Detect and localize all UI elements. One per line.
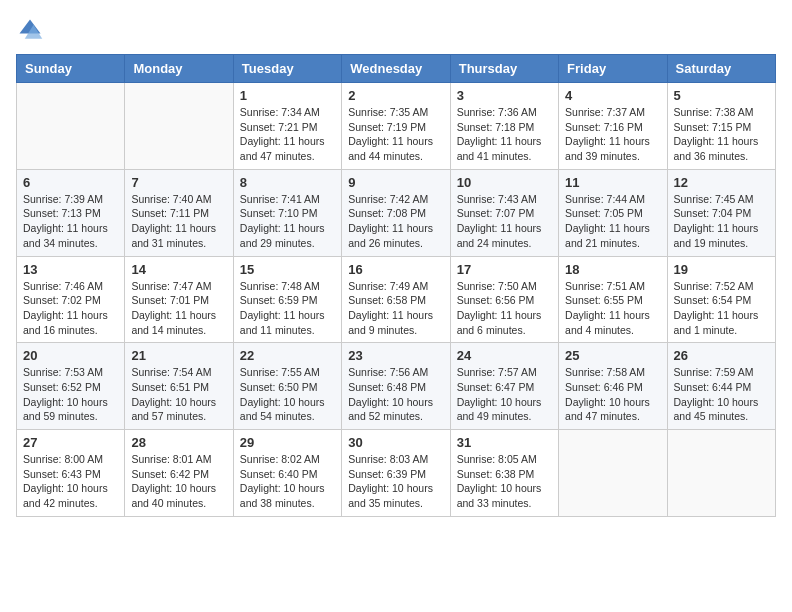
- day-header-saturday: Saturday: [667, 55, 775, 83]
- day-header-sunday: Sunday: [17, 55, 125, 83]
- calendar-cell: 20Sunrise: 7:53 AMSunset: 6:52 PMDayligh…: [17, 343, 125, 430]
- day-number: 6: [23, 175, 118, 190]
- day-info: Sunrise: 7:34 AMSunset: 7:21 PMDaylight:…: [240, 105, 335, 164]
- calendar-cell: 5Sunrise: 7:38 AMSunset: 7:15 PMDaylight…: [667, 83, 775, 170]
- day-number: 4: [565, 88, 660, 103]
- day-number: 30: [348, 435, 443, 450]
- calendar-cell: 29Sunrise: 8:02 AMSunset: 6:40 PMDayligh…: [233, 430, 341, 517]
- day-info: Sunrise: 7:54 AMSunset: 6:51 PMDaylight:…: [131, 365, 226, 424]
- day-number: 2: [348, 88, 443, 103]
- day-info: Sunrise: 7:43 AMSunset: 7:07 PMDaylight:…: [457, 192, 552, 251]
- day-info: Sunrise: 7:42 AMSunset: 7:08 PMDaylight:…: [348, 192, 443, 251]
- calendar-cell: 18Sunrise: 7:51 AMSunset: 6:55 PMDayligh…: [559, 256, 667, 343]
- day-info: Sunrise: 7:59 AMSunset: 6:44 PMDaylight:…: [674, 365, 769, 424]
- day-info: Sunrise: 8:02 AMSunset: 6:40 PMDaylight:…: [240, 452, 335, 511]
- calendar-week-row: 27Sunrise: 8:00 AMSunset: 6:43 PMDayligh…: [17, 430, 776, 517]
- day-info: Sunrise: 7:36 AMSunset: 7:18 PMDaylight:…: [457, 105, 552, 164]
- day-info: Sunrise: 8:03 AMSunset: 6:39 PMDaylight:…: [348, 452, 443, 511]
- day-number: 29: [240, 435, 335, 450]
- day-number: 21: [131, 348, 226, 363]
- calendar-cell: 19Sunrise: 7:52 AMSunset: 6:54 PMDayligh…: [667, 256, 775, 343]
- day-info: Sunrise: 7:45 AMSunset: 7:04 PMDaylight:…: [674, 192, 769, 251]
- calendar-cell: 2Sunrise: 7:35 AMSunset: 7:19 PMDaylight…: [342, 83, 450, 170]
- day-info: Sunrise: 7:52 AMSunset: 6:54 PMDaylight:…: [674, 279, 769, 338]
- calendar-cell: 24Sunrise: 7:57 AMSunset: 6:47 PMDayligh…: [450, 343, 558, 430]
- calendar-week-row: 13Sunrise: 7:46 AMSunset: 7:02 PMDayligh…: [17, 256, 776, 343]
- day-info: Sunrise: 7:39 AMSunset: 7:13 PMDaylight:…: [23, 192, 118, 251]
- calendar-cell: 15Sunrise: 7:48 AMSunset: 6:59 PMDayligh…: [233, 256, 341, 343]
- day-number: 26: [674, 348, 769, 363]
- day-number: 7: [131, 175, 226, 190]
- logo: [16, 16, 48, 44]
- day-info: Sunrise: 7:50 AMSunset: 6:56 PMDaylight:…: [457, 279, 552, 338]
- day-header-wednesday: Wednesday: [342, 55, 450, 83]
- day-number: 25: [565, 348, 660, 363]
- calendar-cell: 30Sunrise: 8:03 AMSunset: 6:39 PMDayligh…: [342, 430, 450, 517]
- day-number: 1: [240, 88, 335, 103]
- calendar-cell: 26Sunrise: 7:59 AMSunset: 6:44 PMDayligh…: [667, 343, 775, 430]
- day-number: 8: [240, 175, 335, 190]
- calendar-cell: 4Sunrise: 7:37 AMSunset: 7:16 PMDaylight…: [559, 83, 667, 170]
- day-info: Sunrise: 7:55 AMSunset: 6:50 PMDaylight:…: [240, 365, 335, 424]
- day-number: 13: [23, 262, 118, 277]
- calendar-cell: [559, 430, 667, 517]
- day-header-friday: Friday: [559, 55, 667, 83]
- calendar-cell: 17Sunrise: 7:50 AMSunset: 6:56 PMDayligh…: [450, 256, 558, 343]
- day-number: 22: [240, 348, 335, 363]
- day-info: Sunrise: 7:56 AMSunset: 6:48 PMDaylight:…: [348, 365, 443, 424]
- day-number: 31: [457, 435, 552, 450]
- calendar-cell: 6Sunrise: 7:39 AMSunset: 7:13 PMDaylight…: [17, 169, 125, 256]
- day-header-tuesday: Tuesday: [233, 55, 341, 83]
- calendar-cell: 11Sunrise: 7:44 AMSunset: 7:05 PMDayligh…: [559, 169, 667, 256]
- calendar-cell: 13Sunrise: 7:46 AMSunset: 7:02 PMDayligh…: [17, 256, 125, 343]
- day-number: 19: [674, 262, 769, 277]
- day-number: 9: [348, 175, 443, 190]
- day-info: Sunrise: 7:49 AMSunset: 6:58 PMDaylight:…: [348, 279, 443, 338]
- calendar-cell: 22Sunrise: 7:55 AMSunset: 6:50 PMDayligh…: [233, 343, 341, 430]
- day-info: Sunrise: 7:35 AMSunset: 7:19 PMDaylight:…: [348, 105, 443, 164]
- day-info: Sunrise: 7:41 AMSunset: 7:10 PMDaylight:…: [240, 192, 335, 251]
- day-number: 15: [240, 262, 335, 277]
- day-info: Sunrise: 7:38 AMSunset: 7:15 PMDaylight:…: [674, 105, 769, 164]
- calendar-cell: 12Sunrise: 7:45 AMSunset: 7:04 PMDayligh…: [667, 169, 775, 256]
- calendar-cell: 14Sunrise: 7:47 AMSunset: 7:01 PMDayligh…: [125, 256, 233, 343]
- day-info: Sunrise: 7:48 AMSunset: 6:59 PMDaylight:…: [240, 279, 335, 338]
- day-number: 5: [674, 88, 769, 103]
- calendar-cell: 8Sunrise: 7:41 AMSunset: 7:10 PMDaylight…: [233, 169, 341, 256]
- day-number: 18: [565, 262, 660, 277]
- day-number: 24: [457, 348, 552, 363]
- day-info: Sunrise: 7:46 AMSunset: 7:02 PMDaylight:…: [23, 279, 118, 338]
- calendar-cell: [17, 83, 125, 170]
- calendar-cell: 27Sunrise: 8:00 AMSunset: 6:43 PMDayligh…: [17, 430, 125, 517]
- day-info: Sunrise: 8:00 AMSunset: 6:43 PMDaylight:…: [23, 452, 118, 511]
- day-number: 10: [457, 175, 552, 190]
- calendar-cell: 16Sunrise: 7:49 AMSunset: 6:58 PMDayligh…: [342, 256, 450, 343]
- calendar-cell: 28Sunrise: 8:01 AMSunset: 6:42 PMDayligh…: [125, 430, 233, 517]
- day-number: 14: [131, 262, 226, 277]
- calendar-cell: [125, 83, 233, 170]
- day-number: 27: [23, 435, 118, 450]
- logo-icon: [16, 16, 44, 44]
- calendar-week-row: 6Sunrise: 7:39 AMSunset: 7:13 PMDaylight…: [17, 169, 776, 256]
- calendar-cell: 7Sunrise: 7:40 AMSunset: 7:11 PMDaylight…: [125, 169, 233, 256]
- day-header-monday: Monday: [125, 55, 233, 83]
- day-info: Sunrise: 7:53 AMSunset: 6:52 PMDaylight:…: [23, 365, 118, 424]
- day-number: 3: [457, 88, 552, 103]
- day-number: 28: [131, 435, 226, 450]
- calendar-header-row: SundayMondayTuesdayWednesdayThursdayFrid…: [17, 55, 776, 83]
- calendar-week-row: 1Sunrise: 7:34 AMSunset: 7:21 PMDaylight…: [17, 83, 776, 170]
- day-info: Sunrise: 7:51 AMSunset: 6:55 PMDaylight:…: [565, 279, 660, 338]
- day-info: Sunrise: 7:37 AMSunset: 7:16 PMDaylight:…: [565, 105, 660, 164]
- day-info: Sunrise: 7:57 AMSunset: 6:47 PMDaylight:…: [457, 365, 552, 424]
- calendar-cell: 10Sunrise: 7:43 AMSunset: 7:07 PMDayligh…: [450, 169, 558, 256]
- calendar-cell: 25Sunrise: 7:58 AMSunset: 6:46 PMDayligh…: [559, 343, 667, 430]
- day-header-thursday: Thursday: [450, 55, 558, 83]
- day-info: Sunrise: 8:01 AMSunset: 6:42 PMDaylight:…: [131, 452, 226, 511]
- calendar-cell: 1Sunrise: 7:34 AMSunset: 7:21 PMDaylight…: [233, 83, 341, 170]
- calendar-cell: 23Sunrise: 7:56 AMSunset: 6:48 PMDayligh…: [342, 343, 450, 430]
- day-number: 12: [674, 175, 769, 190]
- calendar-week-row: 20Sunrise: 7:53 AMSunset: 6:52 PMDayligh…: [17, 343, 776, 430]
- day-number: 11: [565, 175, 660, 190]
- calendar-cell: 21Sunrise: 7:54 AMSunset: 6:51 PMDayligh…: [125, 343, 233, 430]
- day-info: Sunrise: 7:44 AMSunset: 7:05 PMDaylight:…: [565, 192, 660, 251]
